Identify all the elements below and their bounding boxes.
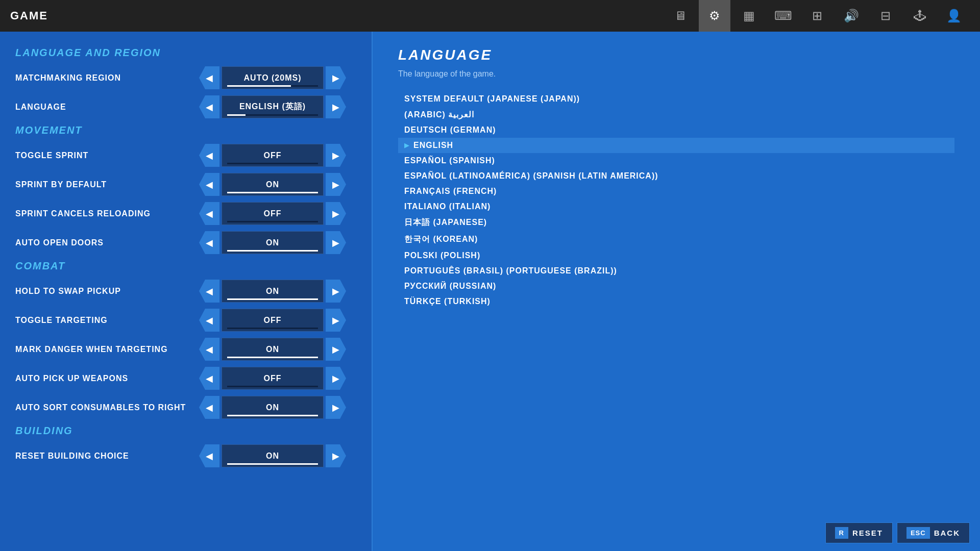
language-item[interactable]: FRANÇAIS (FRENCH) (398, 184, 954, 199)
language-label: РУССКИЙ (RUSSIAN) (404, 282, 496, 291)
language-label: ENGLISH (413, 141, 453, 150)
arrow-right-button[interactable]: ▶ (326, 66, 346, 89)
arrow-right-button[interactable]: ▶ (326, 444, 346, 467)
language-item[interactable]: ESPAÑOL (SPANISH) (398, 153, 954, 168)
arrow-left-button[interactable]: ◀ (199, 367, 219, 390)
arrow-left-button[interactable]: ◀ (199, 338, 219, 361)
language-item[interactable]: 한국어 (KOREAN) (398, 231, 954, 248)
setting-label: AUTO SORT CONSUMABLES TO RIGHT (15, 403, 199, 412)
language-label: (ARABIC) العربية (404, 110, 474, 119)
arrow-left-button[interactable]: ◀ (199, 309, 219, 332)
language-item[interactable]: PORTUGUÊS (BRASIL) (PORTUGUESE (BRAZIL)) (398, 263, 954, 279)
arrow-right-button[interactable]: ▶ (326, 95, 346, 118)
language-item[interactable]: ITALIANO (ITALIAN) (398, 199, 954, 214)
value-box: OFF (222, 309, 324, 332)
language-item[interactable]: SYSTEM DEFAULT (JAPANESE (JAPAN)) (398, 91, 954, 107)
arrow-left-button[interactable]: ◀ (199, 280, 219, 303)
value-box: ON (222, 173, 324, 196)
language-label: PORTUGUÊS (BRASIL) (PORTUGUESE (BRAZIL)) (404, 266, 617, 276)
top-nav: GAME 🖥 ⚙ ▦ ⌨ ⊞ 🔊 ⊟ 🕹 👤 (0, 0, 980, 32)
value-box: OFF (222, 202, 324, 225)
setting-label: AUTO PICK UP WEAPONS (15, 374, 199, 383)
keyboard-icon[interactable]: ⌨ (767, 0, 799, 32)
arrow-right-button[interactable]: ▶ (326, 367, 346, 390)
setting-row: AUTO OPEN DOORS◀ON▶ (15, 231, 356, 254)
setting-control: ◀ON▶ (199, 173, 346, 196)
setting-control: ◀OFF▶ (199, 309, 346, 332)
arrow-left-button[interactable]: ◀ (199, 173, 219, 196)
value-text: AUTO (20MS) (244, 73, 302, 83)
user-icon[interactable]: 👤 (938, 0, 970, 32)
language-item[interactable]: ▶ENGLISH (398, 138, 954, 153)
setting-row: HOLD TO SWAP PICKUP◀ON▶ (15, 280, 356, 303)
arrow-left-button[interactable]: ◀ (199, 202, 219, 225)
display-icon[interactable]: ▦ (733, 0, 765, 32)
value-text: ENGLISH (英語) (239, 102, 306, 112)
back-key: ESC (906, 527, 930, 539)
arrow-right-button[interactable]: ▶ (326, 173, 346, 196)
arrow-right-button[interactable]: ▶ (326, 231, 346, 254)
arrow-left-button[interactable]: ◀ (199, 95, 219, 118)
arrow-left-button[interactable]: ◀ (199, 444, 219, 467)
gamepad2-icon[interactable]: ⊞ (801, 0, 833, 32)
setting-row: TOGGLE SPRINT◀OFF▶ (15, 144, 356, 167)
value-text: OFF (264, 151, 282, 160)
setting-control: ◀ON▶ (199, 338, 346, 361)
network-icon[interactable]: ⊟ (870, 0, 901, 32)
right-panel-title: LANGUAGE (398, 47, 954, 63)
setting-label: TOGGLE TARGETING (15, 316, 199, 325)
value-text: ON (266, 287, 279, 296)
controller-icon[interactable]: 🕹 (904, 0, 936, 32)
setting-row: AUTO PICK UP WEAPONS◀OFF▶ (15, 367, 356, 390)
setting-row: LANGUAGE◀ENGLISH (英語)▶ (15, 95, 356, 118)
language-item[interactable]: (ARABIC) العربية (398, 107, 954, 122)
arrow-left-button[interactable]: ◀ (199, 231, 219, 254)
value-text: ON (266, 180, 279, 189)
value-box: OFF (222, 144, 324, 167)
setting-control: ◀OFF▶ (199, 367, 346, 390)
reset-label: RESET (852, 529, 883, 537)
section-header-combat: COMBAT (15, 260, 356, 272)
language-label: SYSTEM DEFAULT (JAPANESE (JAPAN)) (404, 94, 580, 104)
setting-control: ◀ON▶ (199, 231, 346, 254)
value-box: ON (222, 444, 324, 467)
setting-label: SPRINT BY DEFAULT (15, 180, 199, 189)
language-item[interactable]: РУССКИЙ (RUSSIAN) (398, 279, 954, 294)
arrow-left-button[interactable]: ◀ (199, 144, 219, 167)
arrow-right-button[interactable]: ▶ (326, 309, 346, 332)
language-item[interactable]: ESPAÑOL (LATINOAMÉRICA) (SPANISH (LATIN … (398, 168, 954, 184)
arrow-left-button[interactable]: ◀ (199, 66, 219, 89)
value-text: ON (266, 345, 279, 354)
language-item[interactable]: 日本語 (JAPANESE) (398, 214, 954, 231)
gear-icon[interactable]: ⚙ (699, 0, 730, 32)
language-item[interactable]: POLSKI (POLISH) (398, 248, 954, 263)
language-label: 日本語 (JAPANESE) (404, 217, 487, 228)
value-text: OFF (264, 374, 282, 383)
language-item[interactable]: DEUTSCH (GERMAN) (398, 122, 954, 138)
back-button[interactable]: ESC BACK (897, 522, 970, 543)
setting-row: MATCHMAKING REGION◀AUTO (20MS)▶ (15, 66, 356, 89)
setting-row: SPRINT CANCELS RELOADING◀OFF▶ (15, 202, 356, 225)
value-box: ON (222, 231, 324, 254)
arrow-right-button[interactable]: ▶ (326, 202, 346, 225)
arrow-right-button[interactable]: ▶ (326, 144, 346, 167)
language-item[interactable]: TÜRKÇE (TURKISH) (398, 294, 954, 309)
value-box: ON (222, 338, 324, 361)
arrow-right-button[interactable]: ▶ (326, 396, 346, 419)
setting-control: ◀AUTO (20MS)▶ (199, 66, 346, 89)
arrow-right-button[interactable]: ▶ (326, 338, 346, 361)
value-text: ON (266, 238, 279, 247)
monitor-icon[interactable]: 🖥 (665, 0, 696, 32)
reset-button[interactable]: R RESET (825, 522, 893, 543)
value-box: OFF (222, 367, 324, 390)
value-box: AUTO (20MS) (222, 66, 324, 89)
setting-row: AUTO SORT CONSUMABLES TO RIGHT◀ON▶ (15, 396, 356, 419)
audio-icon[interactable]: 🔊 (836, 0, 867, 32)
arrow-left-button[interactable]: ◀ (199, 396, 219, 419)
language-list: SYSTEM DEFAULT (JAPANESE (JAPAN))(ARABIC… (398, 91, 954, 309)
setting-control: ◀ON▶ (199, 444, 346, 467)
setting-control: ◀OFF▶ (199, 202, 346, 225)
arrow-right-button[interactable]: ▶ (326, 280, 346, 303)
language-label: 한국어 (KOREAN) (404, 234, 478, 245)
setting-row: SPRINT BY DEFAULT◀ON▶ (15, 173, 356, 196)
